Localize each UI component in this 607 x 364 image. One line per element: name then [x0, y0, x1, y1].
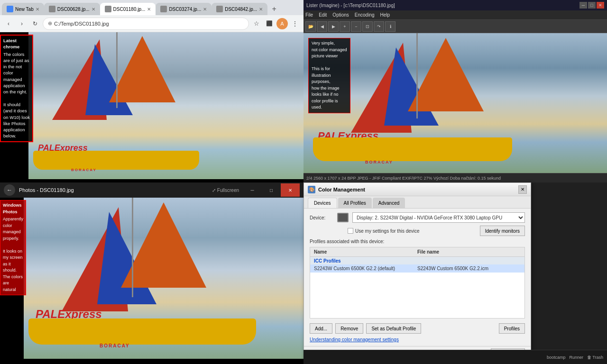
photos-maximize-btn[interactable]: □ [262, 183, 281, 197]
boat-image-photos: PALExpress BORACAY [24, 198, 304, 359]
lister-close-btn[interactable]: ✕ [597, 2, 604, 9]
footer-buttons: Add... Remove Set as Default Profile [310, 323, 421, 334]
tool-zoomout[interactable]: − [351, 21, 361, 32]
identify-monitors-btn[interactable]: Identify monitors [480, 226, 525, 236]
chrome-tab-close-3[interactable]: ✕ [203, 7, 207, 12]
add-btn[interactable]: Add... [310, 323, 332, 334]
account-button[interactable]: A [276, 18, 288, 29]
tool-next[interactable]: ▶ [328, 21, 339, 32]
chrome-tab-favicon-4 [216, 6, 223, 12]
photos-app: ← Photos - DSC01180.jpg ⤢ Fullscreen ─ □… [0, 182, 304, 364]
menu-button[interactable]: ⋮ [289, 18, 301, 29]
chrome-tab-close-active[interactable]: ✕ [147, 7, 151, 12]
chrome-tab-favicon-active [105, 6, 111, 12]
chrome-tab-favicon [7, 6, 13, 12]
menu-options[interactable]: Options [332, 12, 349, 18]
taskbar-bootcamp[interactable]: bootcamp [547, 355, 566, 360]
profile-name: S2243W Custom 6500K G2.2 (default) [314, 266, 417, 271]
photos-titlebar: ← Photos - DSC01180.jpg ⤢ Fullscreen ─ □… [0, 182, 304, 198]
lister-mast [416, 33, 418, 118]
annotation-title: Latest chrome [3, 37, 30, 50]
use-my-settings-checkbox[interactable] [348, 228, 353, 234]
menu-help[interactable]: Help [380, 12, 390, 18]
profiles-header-label: Profiles associated with this device: [310, 239, 525, 244]
menu-edit[interactable]: Edit [319, 12, 327, 18]
tool-prev[interactable]: ◀ [317, 21, 327, 32]
lister-annotation: Very simple,not color managedpicture vie… [308, 38, 350, 113]
dialog-tabs: Devices All Profiles Advanced [304, 196, 531, 209]
device-select[interactable]: Display: 2. S2243W Digital - NVIDIA GeFo… [352, 212, 525, 223]
photos-back-btn[interactable]: ← [4, 184, 15, 196]
lister-boracay-text: BORACAY [365, 160, 393, 164]
photos-title-left: ← Photos - DSC01180.jpg [4, 184, 74, 196]
tool-rotate[interactable]: ↷ [374, 21, 384, 32]
chrome-tab-favicon-1 [49, 6, 55, 12]
photos-win-btns: ─ □ ✕ [243, 183, 300, 197]
refresh-button[interactable]: ↻ [29, 18, 41, 29]
chrome-content: Latest chrome The colors are of just as … [0, 32, 304, 182]
dialog-close-x-btn[interactable]: ✕ [518, 185, 527, 194]
chrome-titlebar: New Tab ✕ DSC00628.jp... ✕ DSC01180.jp..… [0, 0, 304, 15]
taskbar: bootcamp Runner 🗑 Trash [304, 350, 607, 364]
chrome-tab-4[interactable]: DSC04842.jp... ✕ [212, 3, 267, 15]
new-tab-button[interactable]: + [267, 3, 281, 15]
lister-title: Lister (Imagine) - [c:\Temp\DSC01180.jpg… [306, 3, 395, 8]
address-bar[interactable]: ⊕ C:/Temp/DSC01180.jpg [43, 18, 249, 30]
device-row: Device: Display: 2. S2243W Digital - NVI… [310, 212, 525, 223]
profiles-header: Name File name [310, 247, 524, 257]
boracay-text: BORACAY [71, 168, 97, 172]
dialog-icon: 🎨 [308, 186, 315, 193]
menu-file[interactable]: File [305, 12, 313, 18]
tab-all-profiles[interactable]: All Profiles [338, 198, 372, 208]
lister-statusbar: 2/4 2560 x 1707 x 24 BPP JPEG - JFIF Com… [304, 173, 607, 182]
lister-toolbar: 📂 ◀ ▶ + − ⊡ ↷ ℹ [304, 20, 607, 33]
chrome-tab-label-1: DSC00628.jp... [57, 7, 90, 12]
back-button[interactable]: ‹ [3, 18, 14, 29]
menu-encoding[interactable]: Encoding [355, 12, 375, 18]
tool-zoomin[interactable]: + [340, 21, 350, 32]
lister-window-buttons: ─ □ ✕ [579, 2, 604, 9]
bookmark-button[interactable]: ☆ [251, 18, 262, 29]
tool-open[interactable]: 📂 [305, 21, 316, 32]
chrome-tab-close-1[interactable]: ✕ [92, 7, 95, 12]
photos-fullscreen-btn[interactable]: ⤢ Fullscreen [212, 188, 239, 193]
checkbox-row: Use my settings for this device Identify… [310, 226, 525, 236]
color-mgmt-link[interactable]: Understanding color management settings [310, 337, 525, 342]
set-default-btn[interactable]: Set as Default Profile [366, 323, 421, 334]
photos-annotation: Windows Photos Apparently color managed … [0, 200, 26, 295]
profile-item-row[interactable]: S2243W Custom 6500K G2.2 (default) S2243… [310, 264, 524, 273]
dialog-titlebar: 🎨 Color Management ✕ [304, 183, 531, 196]
profiles-btn[interactable]: Profiles [499, 323, 525, 334]
chrome-tab-3[interactable]: DSC03274.jp... ✕ [156, 3, 212, 15]
chrome-tab-1[interactable]: DSC00628.jp... ✕ [44, 3, 100, 15]
tab-devices[interactable]: Devices [308, 198, 337, 208]
remove-btn[interactable]: Remove [335, 323, 363, 334]
photos-minimize-btn[interactable]: ─ [243, 183, 262, 197]
tool-info[interactable]: ℹ [385, 21, 395, 32]
tab-advanced[interactable]: Advanced [373, 198, 405, 208]
chrome-tab-label-4: DSC04842.jp... [225, 7, 257, 12]
sail-orange [109, 36, 175, 102]
col-filename-header: File name [417, 249, 521, 255]
chrome-tab-active[interactable]: DSC01180.jp... ✕ [100, 3, 156, 15]
chrome-tab-label-3: DSC03274.jp... [169, 7, 201, 12]
color-management-dialog: 🎨 Color Management ✕ Devices All Profile… [304, 182, 531, 364]
photos-toolbar-right: ⤢ Fullscreen ─ □ ✕ [212, 183, 300, 197]
lister-minimize-btn[interactable]: ─ [579, 2, 587, 9]
taskbar-trash[interactable]: 🗑 Trash [587, 355, 603, 360]
lister-maximize-btn[interactable]: □ [588, 2, 596, 9]
icc-profiles-label: ICC Profiles [314, 258, 341, 264]
chrome-tab-newtab[interactable]: New Tab ✕ [2, 3, 44, 15]
chrome-tab-close[interactable]: ✕ [36, 7, 39, 12]
extensions-button[interactable]: ⬛ [264, 18, 275, 29]
chrome-tab-favicon-3 [160, 6, 167, 12]
chrome-tab-close-4[interactable]: ✕ [259, 7, 263, 12]
forward-button[interactable]: › [16, 18, 28, 29]
taskbar-runner[interactable]: Runner [569, 355, 583, 360]
dialog-title: Color Management [318, 187, 365, 192]
lister-annotation-text: Very simple,not color managedpicture vie… [312, 40, 347, 111]
annotation-body: The colors are of just as in the not col… [3, 51, 30, 139]
link-text[interactable]: Understanding color management settings [310, 336, 399, 343]
tool-fit[interactable]: ⊡ [362, 21, 373, 32]
photos-close-btn[interactable]: ✕ [281, 183, 300, 197]
